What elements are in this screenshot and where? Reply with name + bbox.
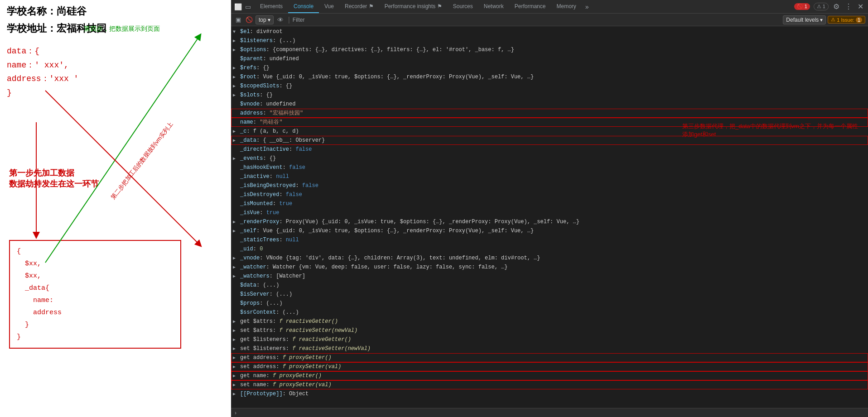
expand-arrow[interactable] (233, 336, 236, 343)
console-line[interactable]: _isBeingDestroyed: false (231, 181, 868, 190)
console-line[interactable]: _directInactive: false (231, 145, 868, 154)
expand-arrow[interactable] (233, 83, 236, 90)
expand-arrow[interactable] (233, 318, 236, 325)
expand-arrow[interactable] (233, 38, 236, 44)
expand-arrow[interactable] (233, 391, 236, 398)
expand-arrow[interactable] (233, 65, 236, 72)
tab-more[interactable]: » (582, 0, 593, 13)
console-line[interactable]: get $attrs: f reactiveGetter() (231, 317, 868, 326)
live-expression-icon[interactable]: 👁 (275, 16, 285, 24)
console-line[interactable]: set address: f proxySetter(val) (231, 362, 868, 371)
context-arrow: ▾ (268, 17, 270, 23)
console-line[interactable]: $slots: {} (231, 91, 868, 100)
expand-arrow[interactable] (233, 255, 236, 262)
expand-arrow[interactable] (233, 47, 236, 53)
toolbar-separator: | (288, 16, 290, 24)
console-content[interactable]: $el: div#root$listeners: (...)$options: … (231, 26, 868, 408)
expand-arrow[interactable] (233, 382, 236, 388)
console-line[interactable]: get name: f proxyGetter() (231, 371, 868, 380)
expand-arrow[interactable] (233, 355, 236, 361)
sidebar-toggle-icon[interactable]: ▣ (234, 15, 243, 24)
console-line[interactable]: _inactive: null (231, 172, 868, 181)
dt-tabs: Elements Console Vue Recorder ⚑ Performa… (255, 0, 791, 13)
device-icon[interactable]: ▭ (244, 3, 252, 11)
clear-console-icon[interactable]: 🚫 (245, 15, 254, 24)
console-line[interactable]: $data: (...) (231, 281, 868, 290)
tab-vue[interactable]: Vue (319, 0, 339, 13)
expand-arrow[interactable] (233, 373, 236, 379)
step3-annotation: 第三步数据代理，把_data中的数据代理到vm之下，并为每一个属性添加get和s… (682, 122, 863, 139)
console-line[interactable]: _watchers: [Watcher] (231, 272, 868, 281)
context-selector[interactable]: top ▾ (256, 15, 274, 24)
tab-console[interactable]: Console (288, 0, 319, 13)
expand-arrow[interactable] (233, 155, 236, 162)
settings-icon[interactable]: ⚙ (832, 2, 840, 11)
console-line[interactable]: $refs: {} (231, 63, 868, 72)
console-line[interactable]: $el: div#root (231, 27, 868, 36)
console-line[interactable]: set $attrs: f reactiveSetter(newVal) (231, 326, 868, 335)
console-line[interactable]: set $listeners: f reactiveSetter(newVal) (231, 344, 868, 353)
expand-arrow[interactable] (233, 92, 236, 99)
expand-arrow[interactable] (233, 137, 236, 144)
console-line[interactable]: $options: {components: {…}, directives: … (231, 45, 868, 54)
console-line[interactable]: $listeners: (...) (231, 36, 868, 45)
warn-badge[interactable]: ⚠ 1 (814, 3, 829, 10)
console-line[interactable]: _uid: 0 (231, 244, 868, 254)
console-line[interactable]: _isMounted: true (231, 199, 868, 208)
console-line[interactable]: _self: Vue {_uid: 0, _isVue: true, $opti… (231, 226, 868, 235)
console-line[interactable]: _isVue: true (231, 208, 868, 217)
expand-arrow[interactable] (233, 74, 236, 81)
expand-arrow[interactable] (233, 345, 236, 352)
console-line[interactable]: address: "宏福科技园" (231, 109, 868, 118)
tab-sources[interactable]: Sources (448, 0, 478, 13)
default-levels-selector[interactable]: Default levels ▾ (783, 15, 826, 24)
expand-arrow[interactable] (233, 264, 236, 271)
step1-box: 第一步先加工数据 数据劫持发生在这一环节 (9, 168, 100, 189)
console-line[interactable]: _hasHookEvent: false (231, 163, 868, 172)
toolbar-right: Default levels ▾ ⚠ 1 Issue: 1 (783, 15, 865, 24)
devtools-topbar: ⬜ ▭ Elements Console Vue Recorder ⚑ Perf… (231, 0, 868, 14)
step2-label: 第二步把加工后的数据放到vm实列上 (109, 120, 175, 201)
console-line[interactable]: _renderProxy: Proxy(Vue) {_uid: 0, _isVu… (231, 217, 868, 226)
tab-performance[interactable]: Performance (509, 0, 551, 13)
inspect-icon[interactable]: ⬜ (234, 3, 242, 11)
context-value: top (259, 17, 266, 23)
expand-arrow[interactable] (233, 228, 236, 235)
close-icon[interactable]: ✕ (857, 2, 864, 11)
console-toolbar: ▣ 🚫 top ▾ 👁 | Filter Default levels ▾ ⚠ … (231, 14, 868, 26)
issue-badge[interactable]: ⚠ 1 Issue: 1 (828, 16, 865, 24)
expand-arrow[interactable] (233, 219, 236, 225)
left-panel: 学校名称：尚硅谷 学校地址：宏福科技园 data：{ name：' xxx', … (0, 0, 231, 417)
console-line[interactable]: _events: {} (231, 154, 868, 163)
tab-memory[interactable]: Memory (551, 0, 581, 13)
tab-recorder[interactable]: Recorder ⚑ (339, 0, 379, 13)
console-line[interactable]: get address: f proxyGetter() (231, 353, 868, 362)
console-line[interactable]: _staticTrees: null (231, 235, 868, 244)
console-line[interactable]: get $listeners: f reactiveGetter() (231, 335, 868, 344)
more-options-icon[interactable]: ⋮ (844, 2, 853, 11)
console-line[interactable]: [[Prototype]]: Object (231, 389, 868, 398)
expand-arrow[interactable] (233, 273, 236, 280)
tab-performance-insights[interactable]: Performance insights ⚑ (379, 0, 448, 13)
console-line[interactable]: _isDestroyed: false (231, 190, 868, 199)
console-line[interactable]: $props: (...) (231, 299, 868, 308)
console-bottom-bar: › (231, 408, 868, 417)
console-line[interactable]: set name: f proxySetter(val) (231, 380, 868, 389)
expand-arrow[interactable] (233, 29, 236, 35)
expand-arrow[interactable] (233, 128, 236, 135)
step4-label: 第四步，把数据展示到页面 (84, 25, 160, 33)
console-line[interactable]: _vnode: VNode {tag: 'div', data: {…}, ch… (231, 254, 868, 263)
expand-arrow[interactable] (233, 327, 236, 334)
console-line[interactable]: $isServer: (...) (231, 290, 868, 299)
error-badge[interactable]: 🚫 1 (794, 3, 810, 10)
console-line[interactable]: $root: Vue {_uid: 0, _isVue: true, $opti… (231, 72, 868, 81)
console-line[interactable]: $ssrContext: (...) (231, 308, 868, 317)
bottom-code-box: { $xx, $xx, _data{ name: address } } (9, 240, 181, 349)
tab-network[interactable]: Network (478, 0, 509, 13)
console-line[interactable]: _watcher: Watcher {vm: Vue, deep: false,… (231, 263, 868, 272)
tab-elements[interactable]: Elements (255, 0, 288, 13)
expand-arrow[interactable] (233, 364, 236, 370)
console-line[interactable]: $vnode: undefined (231, 100, 868, 109)
console-line[interactable]: $scopedSlots: {} (231, 81, 868, 91)
console-line[interactable]: $parent: undefined (231, 54, 868, 63)
